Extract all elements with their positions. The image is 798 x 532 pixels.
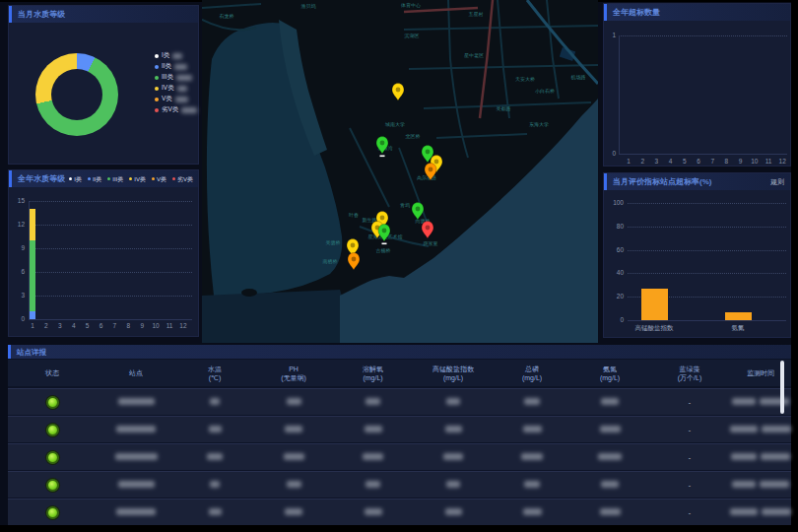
map-label: 吴塘桥 [326,239,341,245]
redacted-datetime [730,426,758,432]
y-tick-label: 12 [9,221,25,228]
legend-item[interactable]: II类 [88,171,101,187]
column-header: 总磷(mg/L) [494,365,570,382]
pin-center [416,207,421,212]
y-tick-label: 9 [9,244,25,251]
table-scrollbar[interactable] [780,361,784,414]
legend-item[interactable]: III类 [155,74,197,81]
legend-item[interactable]: I类 [69,171,82,187]
pin-base-mark [380,156,385,158]
table-row[interactable]: - [8,471,791,498]
column-header: 蓝绿藻(万个/L) [649,365,730,382]
x-axis-line [628,320,786,321]
redacted-value [366,481,380,488]
panel-yearly-exceed: 全年超标数量 10123456789101112 [603,3,791,166]
panel-title-bar: 全年水质等级 I类II类III类IV类V类劣V类 [9,170,198,187]
status-indicator [46,451,59,464]
x-tick-label: 6 [697,158,700,165]
legend-item[interactable]: 劣V类 [155,106,197,113]
map-label: 古楠桥 [376,247,391,253]
redacted-value [209,426,222,432]
table-title-bar: 站点详报 [8,345,791,359]
table-header: 状态站点水温(℃)PH(无量纲)溶解氧(mg/L)高锰酸盐指数(mg/L)总磷(… [8,360,791,386]
y-axis-line [619,35,620,154]
y-tick-label: 15 [9,197,25,204]
redacted-value [601,481,619,488]
map-label: 机场路 [571,74,586,81]
pin-center [426,226,431,231]
redacted-datetime [732,398,756,405]
x-tick-label: 10 [751,158,758,165]
pin-base-mark [382,243,387,245]
redacted-datetime [761,453,790,460]
status-indicator [46,479,59,492]
legend-item[interactable]: IV类 [129,171,146,187]
cell-蓝绿藻: - [649,427,730,433]
rate-bar[interactable] [641,289,668,320]
cell-状态 [8,424,97,436]
table-row[interactable]: - [8,443,791,470]
stack-segment-III类[interactable] [30,240,35,311]
column-label: 总磷 [494,365,570,373]
stack-segment-II类[interactable] [30,311,35,319]
redacted-datetime [731,453,757,460]
stack-segment-IV类[interactable] [30,209,35,240]
status-indicator [46,506,59,519]
city-map[interactable]: 石龙桥渔贝坞体育中心五星村滨湖区星中老区天安大桥机场路小白石桥吴都路东海大学城南… [202,0,598,343]
cell-氨氮 [570,508,649,516]
cell-状态 [8,479,97,492]
cell-高锰酸盐指数 [413,481,494,489]
x-tick-label: 8 [126,322,130,329]
y-tick-label: 20 [606,293,624,299]
y-tick-label: 100 [606,199,624,206]
map-bottom-water [202,290,348,343]
gridline [29,201,192,202]
x-tick-label: 11 [166,322,173,329]
map-label: 薛家里 [424,240,438,246]
legend-item[interactable]: IV类 [155,85,197,92]
cell-PH [254,398,333,406]
x-tick-label: 3 [655,158,659,165]
legend-item[interactable]: III类 [107,171,123,187]
redacted-value [172,53,182,59]
redacted-value [446,398,460,405]
cell-蓝绿藻: - [649,482,730,489]
cell-总磷 [494,508,570,516]
x-tick-label: 12 [179,322,186,329]
legend-item[interactable]: II类 [155,63,197,70]
x-tick-label: 7 [113,322,117,329]
cell-PH [254,426,333,433]
legend-dot [88,177,91,180]
legend-item[interactable]: V类 [152,171,166,187]
rate-bar[interactable] [725,312,752,320]
table-row[interactable]: - [8,416,791,442]
legend-item[interactable]: 劣V类 [172,171,193,187]
legend-dot [155,65,159,69]
legend-dot [155,54,159,58]
table-row[interactable]: - [8,388,791,415]
redacted-value [118,398,155,405]
map-label: 城南大学 [384,121,405,127]
cell-监测时间 [730,508,791,516]
column-header: 水温(℃) [175,365,254,382]
cell-站点 [97,453,175,461]
legend-item[interactable]: V类 [155,96,197,102]
redacted-datetime [730,508,758,515]
legend-item[interactable]: I类 [155,52,197,59]
panel-station-table: 站点详报 状态站点水温(℃)PH(无量纲)溶解氧(mg/L)高锰酸盐指数(mg/… [8,345,791,525]
redacted-datetime [762,426,791,432]
rules-link[interactable]: 规则 [770,174,790,190]
x-tick-label: 11 [765,158,772,165]
x-tick-label: 6 [100,322,103,329]
x-tick-label: 2 [640,158,644,165]
redacted-value [523,426,542,432]
donut-legend: I类II类III类IV类V类劣V类 [155,52,197,113]
yearly-grade-chart: 03691215123456789101112 [9,187,198,336]
pin-center [352,257,357,262]
cell-氨氮 [570,426,649,433]
map-label: 吴都路 [497,105,511,112]
table-row[interactable]: - [8,499,791,525]
cell-氨氮 [570,398,649,406]
legend-dot [107,177,110,180]
gridline [628,250,786,251]
